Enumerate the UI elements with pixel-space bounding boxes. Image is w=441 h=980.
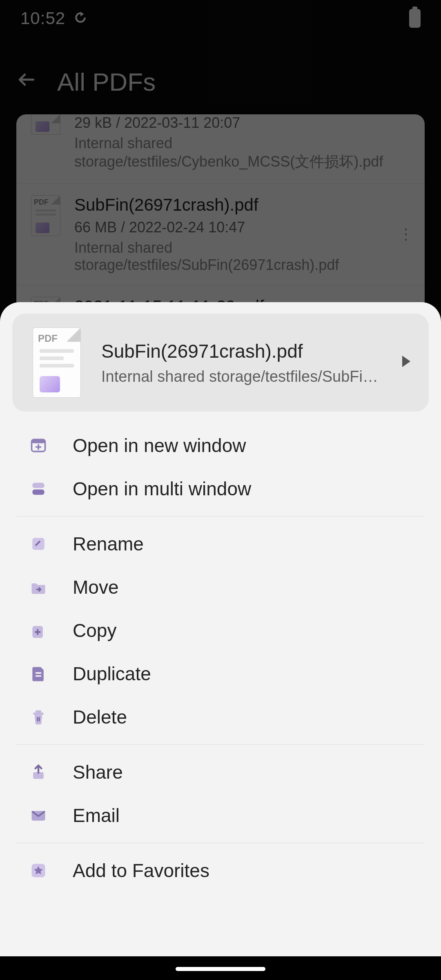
open-multi-window-item[interactable]: Open in multi window xyxy=(0,467,441,510)
share-icon xyxy=(29,762,48,782)
sheet-filepath: Internal shared storage/testfiles/SubFin… xyxy=(101,368,381,385)
svg-rect-10 xyxy=(37,717,38,722)
sheet-filename: SubFin(26971crash).pdf xyxy=(101,340,381,362)
bottom-sheet: PDF SubFin(26971crash).pdf Internal shar… xyxy=(0,302,441,980)
svg-rect-6 xyxy=(36,672,42,674)
svg-rect-1 xyxy=(32,439,45,443)
pdf-thumb-icon: PDF xyxy=(33,327,81,398)
star-icon xyxy=(29,861,48,880)
copy-icon xyxy=(29,621,48,640)
trash-icon xyxy=(29,707,48,727)
multi-window-icon xyxy=(29,479,48,499)
rename-icon xyxy=(29,534,48,554)
chevron-right-icon xyxy=(402,356,414,370)
menu-label: Rename xyxy=(73,533,144,555)
duplicate-item[interactable]: Duplicate xyxy=(0,652,441,695)
menu-label: Open in multi window xyxy=(73,478,251,500)
menu-label: Open in new window xyxy=(73,434,246,457)
svg-rect-9 xyxy=(33,713,44,715)
menu-label: Move xyxy=(73,576,118,598)
action-menu: Open in new window Open in multi window … xyxy=(0,412,441,980)
add-favorites-item[interactable]: Add to Favorites xyxy=(0,849,441,892)
menu-section-share: Share Email xyxy=(0,745,441,843)
move-item[interactable]: Move xyxy=(0,566,441,609)
svg-rect-7 xyxy=(36,675,42,677)
email-icon xyxy=(29,806,48,825)
duplicate-icon xyxy=(29,664,48,684)
menu-label: Copy xyxy=(73,619,116,641)
menu-label: Duplicate xyxy=(73,663,151,685)
open-new-window-item[interactable]: Open in new window xyxy=(0,424,441,467)
menu-label: Share xyxy=(73,761,123,783)
menu-section-open: Open in new window Open in multi window xyxy=(0,418,441,516)
svg-rect-3 xyxy=(32,490,44,495)
svg-rect-11 xyxy=(39,717,40,722)
svg-rect-2 xyxy=(32,483,44,488)
thumb-image xyxy=(40,376,60,392)
share-item[interactable]: Share xyxy=(0,751,441,794)
nav-handle[interactable] xyxy=(176,967,265,971)
move-icon xyxy=(29,577,48,597)
thumb-lines xyxy=(40,349,74,371)
menu-label: Email xyxy=(73,804,120,826)
menu-label: Add to Favorites xyxy=(73,860,209,882)
sheet-header-text: SubFin(26971crash).pdf Internal shared s… xyxy=(101,340,381,385)
menu-section-file-ops: Rename Move Copy Duplicate xyxy=(0,517,441,744)
pdf-badge: PDF xyxy=(38,333,58,344)
menu-section-favorites: Add to Favorites xyxy=(0,843,441,898)
email-item[interactable]: Email xyxy=(0,794,441,837)
svg-rect-8 xyxy=(36,710,42,713)
copy-item[interactable]: Copy xyxy=(0,609,441,652)
menu-label: Delete xyxy=(73,706,127,728)
sheet-file-header[interactable]: PDF SubFin(26971crash).pdf Internal shar… xyxy=(12,314,429,412)
delete-item[interactable]: Delete xyxy=(0,695,441,739)
rename-item[interactable]: Rename xyxy=(0,522,441,566)
new-window-icon xyxy=(29,436,48,455)
